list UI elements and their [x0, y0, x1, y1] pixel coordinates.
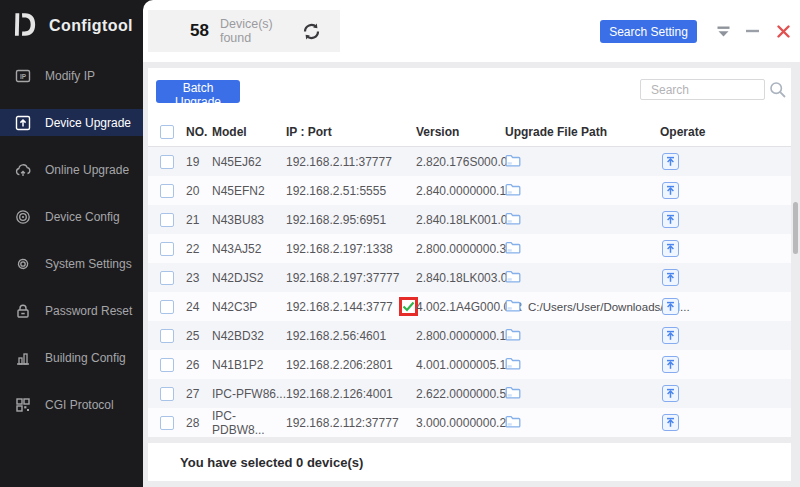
device-table: NO. Model IP : Port Version Upgrade File… [148, 118, 791, 437]
sidebar-item-cgi-protocol[interactable]: CGI Protocol [0, 381, 143, 428]
topbar: 58 Device(s) found Search Setting [143, 0, 800, 62]
select-all-checkbox[interactable] [160, 125, 174, 139]
cell-no: 28 [186, 416, 212, 430]
folder-icon[interactable] [505, 328, 521, 344]
selection-footer: You have selected 0 device(s) [148, 443, 791, 481]
sidebar-item-label: Modify IP [45, 69, 95, 83]
upgrade-device-button[interactable] [662, 385, 679, 402]
cell-version: 2.622.0000000.5.R [416, 387, 505, 401]
cell-ip-port: 192.168.2.197:1338 [286, 242, 416, 256]
close-icon[interactable] [775, 23, 791, 39]
cell-upgrade-file-path [505, 415, 660, 431]
minimize-icon[interactable] [745, 23, 761, 39]
app-title: Configtool [49, 17, 133, 35]
folder-icon[interactable] [505, 357, 521, 373]
batch-upgrade-button[interactable]: Batch Upgrade [156, 80, 240, 103]
table-scrollbar-thumb[interactable] [793, 202, 798, 254]
svg-text:IP: IP [20, 72, 27, 79]
upgrade-device-button[interactable] [662, 356, 679, 373]
cell-operate [660, 182, 791, 199]
cell-operate [660, 327, 791, 344]
search-setting-button[interactable]: Search Setting [600, 20, 697, 43]
folder-icon[interactable] [505, 183, 521, 199]
row-checkbox[interactable] [160, 213, 174, 227]
table-row: 27 IPC-PFW86... 192.168.2.126:4001 2.622… [148, 379, 791, 408]
cell-upgrade-file-path [505, 183, 660, 199]
cell-no: 25 [186, 329, 212, 343]
upgrade-device-button[interactable] [662, 182, 679, 199]
sidebar-item-device-upgrade[interactable]: Device Upgrade [0, 99, 143, 146]
search-input[interactable] [640, 79, 765, 100]
app-logo-row: Configtool [0, 0, 143, 38]
sidebar-item-label: Password Reset [45, 304, 132, 318]
row-checkbox[interactable] [160, 300, 174, 314]
sidebar-item-device-config[interactable]: Device Config [0, 193, 143, 240]
cell-version: 2.800.0000000.1... [416, 329, 505, 343]
upgrade-device-button[interactable] [662, 153, 679, 170]
search-icon[interactable] [769, 81, 787, 99]
row-checkbox[interactable] [160, 155, 174, 169]
folder-icon[interactable] [505, 212, 521, 228]
cell-model: N42DJS2 [212, 271, 286, 285]
cell-ip-port: 192.168.2.126:4001 [286, 387, 416, 401]
table-row: 21 N43BU83 192.168.2.95:6951 2.840.18LK0… [148, 205, 791, 234]
upgrade-device-button[interactable] [662, 240, 679, 257]
upgrade-device-button[interactable] [662, 211, 679, 228]
cell-operate [660, 153, 791, 170]
cell-model: N42C3P [212, 300, 286, 314]
collapse-to-tray-icon[interactable] [715, 23, 731, 39]
folder-icon[interactable] [505, 154, 521, 170]
sidebar-item-building-config[interactable]: Building Config [0, 334, 143, 381]
upgrade-ready-check-highlight [399, 297, 418, 316]
cell-ip-port: 192.168.2.56:4601 [286, 329, 416, 343]
table-row: 23 N42DJS2 192.168.2.197:37777 2.840.18L… [148, 263, 791, 292]
folder-icon[interactable] [505, 241, 521, 257]
folder-icon[interactable] [505, 386, 521, 402]
cell-no: 19 [186, 155, 212, 169]
upgrade-device-button[interactable] [662, 327, 679, 344]
cell-ip-port: 192.168.2.95:6951 [286, 213, 416, 227]
table-header: NO. Model IP : Port Version Upgrade File… [148, 118, 791, 147]
sidebar-item-online-upgrade[interactable]: Online Upgrade [0, 146, 143, 193]
sidebar-item-label: Device Upgrade [45, 116, 131, 130]
upgrade-device-button[interactable] [662, 269, 679, 286]
device-upgrade-icon [15, 115, 31, 131]
device-table-card: Batch Upgrade NO. Model IP : Port Versio… [148, 68, 791, 437]
sidebar-item-password-reset[interactable]: Password Reset [0, 287, 143, 334]
row-checkbox[interactable] [160, 387, 174, 401]
row-checkbox[interactable] [160, 242, 174, 256]
cell-operate [660, 385, 791, 402]
sidebar-item-system-settings[interactable]: System Settings [0, 240, 143, 287]
cell-upgrade-file-path [505, 328, 660, 344]
window-controls [715, 23, 791, 39]
cell-upgrade-file-path [505, 357, 660, 373]
table-row: 22 N43AJ52 192.168.2.197:1338 2.800.0000… [148, 234, 791, 263]
cell-no: 21 [186, 213, 212, 227]
folder-icon[interactable] [505, 270, 521, 286]
cell-ip-port: 192.168.2.51:5555 [286, 184, 416, 198]
row-checkbox[interactable] [160, 271, 174, 285]
refresh-icon[interactable] [301, 21, 322, 42]
column-header-operate: Operate [660, 125, 791, 139]
cell-version: 2.840.18LK003.0.R [416, 271, 505, 285]
row-checkbox[interactable] [160, 416, 174, 430]
row-checkbox[interactable] [160, 329, 174, 343]
cell-version: 2.840.18LK001.0.R [416, 213, 505, 227]
folder-icon[interactable] [505, 415, 521, 431]
table-row: 24 N42C3P 192.168.2.144:3777 4.002.1A4G0… [148, 292, 791, 321]
table-row: 28 IPC-PDBW8... 192.168.2.112:37777 3.00… [148, 408, 791, 437]
cell-operate [660, 240, 791, 257]
target-circles-icon [15, 209, 31, 225]
gear-icon [15, 256, 31, 272]
table-row: 25 N42BD32 192.168.2.56:4601 2.800.00000… [148, 321, 791, 350]
cell-operate [660, 269, 791, 286]
row-checkbox[interactable] [160, 358, 174, 372]
upgrade-device-button[interactable] [662, 414, 679, 431]
upgrade-device-button[interactable] [662, 298, 679, 315]
row-checkbox[interactable] [160, 184, 174, 198]
cell-upgrade-file-path [505, 270, 660, 286]
sidebar-item-modify-ip[interactable]: IP Modify IP [0, 52, 143, 99]
selection-text: You have selected 0 device(s) [180, 455, 363, 470]
cell-version: 2.820.176S000.0.R [416, 155, 505, 169]
folder-icon[interactable] [505, 299, 521, 315]
